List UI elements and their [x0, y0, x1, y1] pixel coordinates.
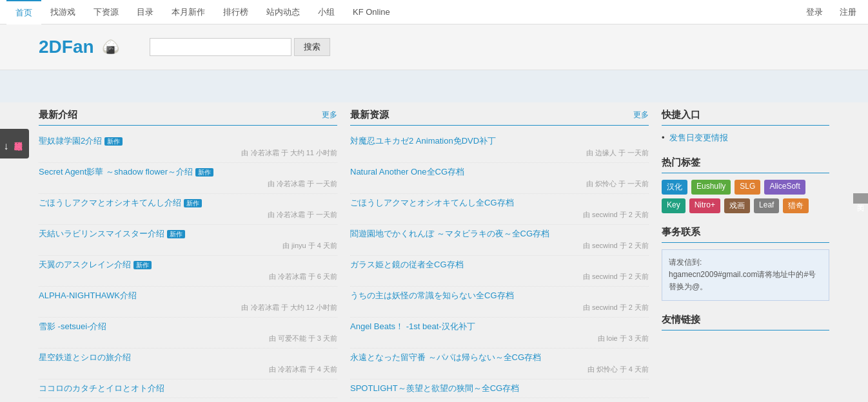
item-title[interactable]: 天結いラビリンスマイスター介绍 — [39, 229, 164, 238]
list-item: 星空鉄道とシロの旅介绍由 冷若冰霜 于 4 天前 — [39, 349, 337, 379]
new-badge: 新作 — [167, 230, 185, 238]
item-meta: 由 炽怜心 于 4 天前 — [350, 363, 649, 376]
new-badge: 新作 — [104, 137, 123, 146]
list-item: Secret Agent影華 ～shadow flower～介绍新作由 冷若冰霜… — [39, 163, 337, 194]
item-title[interactable]: 閻遊園地でかくれんぼ ～マタビラキの夜～全CG存档 — [350, 229, 549, 238]
item-meta: 由 可爱不能 于 3 天前 — [39, 332, 337, 345]
item-meta: 由 炽怜心 于 一天前 — [350, 178, 649, 190]
item-meta: 由 冷若冰霜 于 6 天前 — [39, 271, 337, 283]
list-item: ALPHA-NIGHTHAWK介绍由 冷若冰霜 于 大约 12 小时前 — [39, 287, 337, 318]
latest-resource-more[interactable]: 更多 — [633, 110, 649, 120]
tag-item[interactable]: Nitro+ — [689, 198, 720, 213]
nav-item-home[interactable]: 首页 — [6, 0, 41, 24]
header: 2DFan 🍙 搜索 — [0, 24, 868, 70]
list-item: SPOTLIGHT～羨望と欲望の狭間～全CG存档 — [350, 379, 649, 398]
close-strip-button[interactable]: 关闭 — [853, 193, 868, 204]
list-item: 永遠となった留守番 ～パパは帰らない～全CG存档由 炽怜心 于 4 天前 — [350, 349, 649, 379]
item-title[interactable]: 聖奴隷学園2介绍 — [39, 136, 102, 146]
item-meta: 由 冷若冰霜 于 大约 11 小时前 — [39, 147, 337, 159]
latest-intro-more[interactable]: 更多 — [322, 110, 337, 120]
banner-area — [0, 70, 868, 102]
left-sidebar-strip[interactable]: 鼠标移到这里来 → 有惊喜 — [0, 129, 29, 158]
list-item: 天翼のアスクレイン介绍新作由 冷若冰霜 于 6 天前 — [39, 256, 337, 287]
item-meta: 由 secwind 于 2 天前 — [350, 240, 649, 252]
item-meta: 由 边缘人 于 一天前 — [350, 147, 649, 159]
main-container: 最新介绍 更多 聖奴隷学園2介绍新作由 冷若冰霜 于 大约 11 小时前Secr… — [0, 102, 868, 402]
item-title[interactable]: 対魔忍ユキカゼ2 Animation免DVD补丁 — [350, 136, 496, 146]
item-title[interactable]: 永遠となった留守番 ～パパは帰らない～全CG存档 — [350, 352, 541, 362]
right-column: 快捷入口 • 发售日变更情报 热门标签 汉化EushullySLGAliceSo… — [662, 109, 829, 398]
search-button[interactable]: 搜索 — [294, 38, 330, 56]
item-title[interactable]: Angel Beats！ -1st beat-汉化补丁 — [350, 321, 475, 331]
quick-links-section: 快捷入口 • 发售日变更情报 — [662, 109, 829, 144]
item-meta: 由 secwind 于 2 天前 — [350, 271, 649, 283]
nav-item-catalog[interactable]: 目录 — [128, 0, 163, 24]
item-title[interactable]: ごほうしアクマとオシオキてんし介绍 — [39, 198, 181, 207]
nav-item-ranking[interactable]: 排行榜 — [214, 0, 257, 24]
item-title[interactable]: 雪影 -setsuei-介绍 — [39, 321, 106, 331]
logo-text: 2DFan — [39, 37, 94, 57]
tag-item[interactable]: 汉化 — [662, 180, 687, 195]
item-title[interactable]: ガラス姫と鏡の従者全CG存档 — [350, 260, 464, 269]
item-meta: 由 冷若冰霜 于 一天前 — [39, 209, 337, 221]
item-title[interactable]: ココロのカタチとイロとオト介绍 — [39, 383, 164, 393]
latest-resource-column: 最新资源 更多 対魔忍ユキカゼ2 Animation免DVD补丁由 边缘人 于 … — [350, 109, 649, 398]
list-item: Natural Another One全CG存档由 炽怜心 于 一天前 — [350, 163, 649, 194]
item-title[interactable]: 天翼のアスクレイン介绍 — [39, 260, 131, 269]
register-button[interactable]: 注册 — [834, 6, 862, 18]
list-item: ごほうしアクマとオシオキてんし全CG存档由 secwind 于 2 天前 — [350, 194, 649, 225]
list-item: 閻遊園地でかくれんぼ ～マタビラキの夜～全CG存档由 secwind 于 2 天… — [350, 225, 649, 256]
search-area: 搜索 — [150, 38, 330, 56]
nav-item-findgame[interactable]: 找游戏 — [41, 0, 84, 24]
latest-intro-header: 最新介绍 更多 — [39, 109, 337, 126]
tag-item[interactable]: 猎奇 — [783, 198, 809, 213]
item-meta: 由 jinyu 于 4 天前 — [39, 240, 337, 252]
item-meta: 由 secwind 于 2 天前 — [350, 209, 649, 221]
item-meta: 由 loie 于 3 天前 — [350, 332, 649, 345]
left-strip-arrow: → — [1, 142, 12, 152]
tag-item[interactable]: Eushully — [691, 180, 731, 195]
nav-item-newmonth[interactable]: 本月新作 — [163, 0, 214, 24]
nav-item-sitedynamic[interactable]: 站内动态 — [257, 0, 309, 24]
list-item: ココロのカタチとイロとオト介绍 — [39, 379, 337, 398]
item-title[interactable]: ごほうしアクマとオシオキてんし全CG存档 — [350, 198, 514, 207]
tag-item[interactable]: 戏画 — [724, 198, 750, 213]
login-button[interactable]: 登录 — [801, 6, 828, 18]
tag-item[interactable]: AliceSoft — [764, 180, 805, 195]
item-title[interactable]: SPOTLIGHT～羨望と欲望の狭間～全CG存档 — [350, 383, 519, 393]
list-item: Angel Beats！ -1st beat-汉化补丁由 loie 于 3 天前 — [350, 318, 649, 349]
contact-box: 请发信到:hgamecn2009#gmail.com请将地址中的#号替换为@。 — [662, 249, 829, 301]
item-meta: 由 冷若冰霜 于 一天前 — [39, 178, 337, 190]
nav-item-kfonline[interactable]: KF Online — [344, 0, 399, 24]
tag-item[interactable]: Key — [662, 198, 686, 213]
nav-right: 登录 注册 — [801, 6, 862, 18]
list-item: 雪影 -setsuei-介绍由 可爱不能 于 3 天前 — [39, 318, 337, 349]
item-title[interactable]: うちの主は妖怪の常識を知らない全CG存档 — [350, 291, 514, 300]
search-input[interactable] — [150, 38, 291, 56]
nav-item-group[interactable]: 小组 — [309, 0, 344, 24]
list-item: ごほうしアクマとオシオキてんし介绍新作由 冷若冰霜 于 一天前 — [39, 194, 337, 225]
latest-resource-header: 最新资源 更多 — [350, 109, 649, 126]
new-badge: 新作 — [133, 261, 152, 269]
list-item: ガラス姫と鏡の従者全CG存档由 secwind 于 2 天前 — [350, 256, 649, 287]
item-title[interactable]: Secret Agent影華 ～shadow flower～介绍 — [39, 167, 193, 177]
friend-links-section: 友情链接 — [662, 314, 829, 330]
list-item: 聖奴隷学園2介绍新作由 冷若冰霜 于 大约 11 小时前 — [39, 132, 337, 163]
tag-item[interactable]: SLG — [735, 180, 760, 195]
item-meta: 由 secwind 于 2 天前 — [350, 302, 649, 314]
logo-icon: 🍙 — [98, 34, 124, 60]
contact-title: 事务联系 — [662, 226, 829, 243]
item-title[interactable]: ALPHA-NIGHTHAWK介绍 — [39, 291, 137, 300]
nav-items: 首页 找游戏 下资源 目录 本月新作 排行榜 站内动态 小组 KF Online — [6, 0, 801, 24]
item-title[interactable]: 星空鉄道とシロの旅介绍 — [39, 352, 131, 362]
latest-intro-title: 最新介绍 — [39, 109, 77, 121]
tag-item[interactable]: Leaf — [754, 198, 779, 213]
latest-resource-title: 最新资源 — [350, 109, 389, 121]
contact-section: 事务联系 请发信到:hgamecn2009#gmail.com请将地址中的#号替… — [662, 226, 829, 301]
list-item: 対魔忍ユキカゼ2 Animation免DVD补丁由 边缘人 于 一天前 — [350, 132, 649, 163]
hot-tags-section: 热门标签 汉化EushullySLGAliceSoftKeyNitro+戏画Le… — [662, 157, 829, 213]
quick-link-release[interactable]: 发售日变更情报 — [669, 133, 728, 142]
item-title[interactable]: Natural Another One全CG存档 — [350, 167, 464, 177]
hot-tags-title: 热门标签 — [662, 157, 829, 173]
nav-item-download[interactable]: 下资源 — [84, 0, 128, 24]
